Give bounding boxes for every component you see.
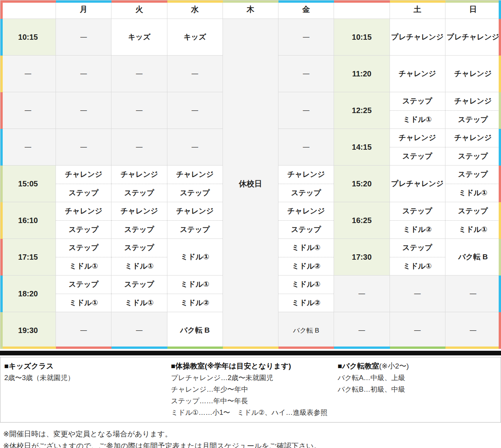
accent-strip	[0, 19, 3, 56]
class-cell: プレチャレンジ	[445, 19, 501, 56]
class-label: ミドル②	[278, 257, 334, 276]
class-label: ステップ	[390, 147, 445, 166]
accent-strip	[111, 0, 167, 3]
accent-strip	[167, 0, 223, 3]
class-label: チャレンジ	[445, 92, 501, 111]
legend-bakuten-title-bold: ■バク転教室	[338, 362, 379, 370]
accent-strip	[0, 347, 56, 349]
class-label: ステップ	[111, 239, 167, 257]
class-label: ステップ	[167, 184, 223, 202]
class-cell-split: チャレンジ ステップ	[278, 202, 334, 239]
accent-strip	[223, 347, 278, 349]
time-cell: 17:15	[0, 239, 56, 276]
empty-cell: —	[56, 92, 111, 129]
class-label: ミドル①	[445, 184, 501, 202]
class-cell-split: チャレンジ ステップ	[445, 129, 501, 166]
legend-gym: ■体操教室(※学年は目安となります) プレチャレンジ…2歳〜未就園児 チャレンジ…	[167, 360, 334, 418]
day-header-sat: 土	[390, 0, 445, 19]
day-header-wed: 水	[167, 0, 223, 19]
accent-strip	[499, 19, 501, 56]
legend-kids-title: ■キッズクラス	[4, 360, 167, 372]
accent-strip	[0, 202, 3, 239]
empty-cell: —	[111, 56, 167, 92]
class-cell: キッズ	[111, 19, 167, 56]
class-label: チャレンジ	[56, 166, 111, 184]
empty-cell: —	[390, 276, 445, 312]
class-label: ステップ	[56, 184, 111, 202]
class-cell-split: チャレンジ ステップ	[111, 166, 167, 202]
accent-strip	[499, 239, 501, 276]
class-label: チャレンジ	[278, 202, 334, 221]
legend-line: バク転A…中級、上級	[338, 372, 501, 384]
class-label: ミドル①	[111, 294, 167, 312]
class-label: ステップ	[56, 276, 111, 294]
accent-strip	[445, 0, 501, 3]
class-label: ステップ	[445, 166, 501, 184]
class-label: ステップ	[390, 92, 445, 111]
empty-cell: —	[111, 92, 167, 129]
empty-cell: バク転 B	[278, 312, 334, 349]
accent-strip	[334, 347, 390, 349]
accent-strip	[278, 0, 334, 3]
time-cell: 10:15	[0, 19, 56, 56]
class-cell-split: チャレンジ ステップ	[167, 202, 223, 239]
class-cell: バク転 B	[167, 312, 223, 349]
class-cell-split: ステップ ミドル①	[56, 276, 111, 312]
class-cell-split: チャレンジ ステップ	[56, 202, 111, 239]
accent-strip	[499, 92, 501, 129]
class-cell-split: ステップ ミドル①	[56, 239, 111, 276]
empty-cell: —	[278, 19, 334, 56]
class-label: ミドル①	[445, 221, 501, 239]
accent-strip	[0, 166, 3, 202]
class-cell: ミドル①	[167, 239, 223, 276]
class-label: チャレンジ	[390, 129, 445, 147]
legend-bakuten: ■バク転教室(※小2〜) バク転A…中級、上級 バク転B…初級、中級	[334, 360, 501, 418]
class-cell: バク転 B	[445, 239, 501, 276]
accent-strip	[499, 202, 501, 239]
empty-cell: —	[278, 129, 334, 166]
class-cell-split: チャレンジ ステップ	[56, 166, 111, 202]
legend-kids: ■キッズクラス 2歳〜3歳（未就園児）	[0, 360, 167, 418]
class-label: ステップ	[167, 221, 223, 239]
time-cell: 14:15	[334, 129, 390, 166]
class-cell-split: ミドル① ミドル②	[278, 239, 334, 276]
class-cell: プレチャレンジ	[390, 19, 445, 56]
class-label: チャレンジ	[278, 166, 334, 184]
class-cell-split: ミドル① ミドル②	[278, 276, 334, 312]
legend-line: バク転B…初級、中級	[338, 384, 501, 395]
accent-strip	[223, 0, 278, 3]
time-cell: 16:10	[0, 202, 56, 239]
empty-cell: —	[56, 312, 111, 349]
accent-strip	[390, 0, 445, 3]
legend-line: ミドル①……小1〜 ミドル②、ハイ…進級表参照	[171, 407, 334, 418]
day-header-thu: 木	[223, 0, 278, 19]
class-cell: チャレンジ	[390, 56, 445, 92]
class-cell: チャレンジ	[445, 56, 501, 92]
class-cell: キッズ	[167, 19, 223, 56]
accent-strip	[278, 347, 334, 349]
day-header-tue: 火	[111, 0, 167, 19]
accent-strip	[334, 0, 390, 3]
empty-cell: —	[56, 19, 111, 56]
time-cell: 11:20	[334, 56, 390, 92]
legend-line: 2歳〜3歳（未就園児）	[4, 372, 167, 384]
time-cell: 16:25	[334, 202, 390, 239]
class-cell-split: チャレンジ ステップ	[445, 92, 501, 129]
class-label: チャレンジ	[445, 129, 501, 147]
corner-header-left	[0, 0, 56, 19]
day-header-fri: 金	[278, 0, 334, 19]
accent-strip	[111, 347, 167, 349]
class-label: ステップ	[445, 202, 501, 221]
class-cell-split: ミドル① ミドル②	[167, 276, 223, 312]
class-cell-split: ステップ ミドル①	[445, 202, 501, 239]
accent-strip	[167, 347, 223, 349]
empty-cell: —	[56, 56, 111, 92]
empty-cell: —	[278, 56, 334, 92]
accent-strip	[499, 56, 501, 92]
class-label: ミドル①	[390, 257, 445, 276]
class-label: チャレンジ	[56, 202, 111, 221]
time-cell: 19:30	[0, 312, 56, 349]
class-cell-split: チャレンジ ステップ	[390, 129, 445, 166]
empty-cell: —	[167, 129, 223, 166]
empty-cell: —	[334, 312, 390, 349]
